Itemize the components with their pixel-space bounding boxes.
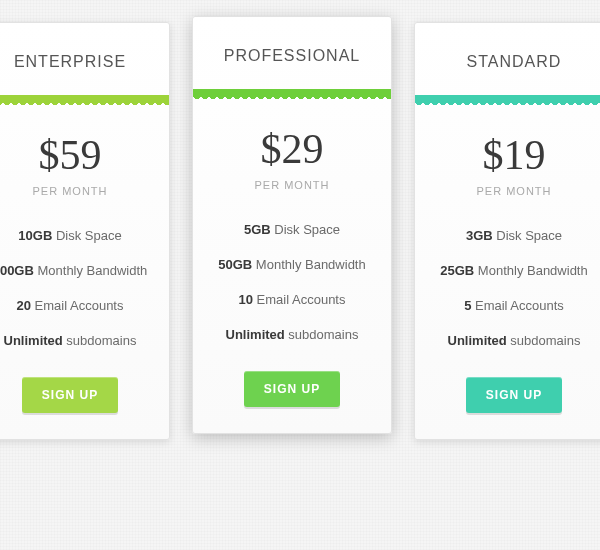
- feature-item: 10 Email Accounts: [205, 283, 379, 318]
- feature-item: 5 Email Accounts: [427, 289, 600, 324]
- feature-list: 10GB Disk Space 100GB Monthly Bandwidth …: [0, 203, 169, 369]
- feature-item: Unlimited subdomains: [427, 324, 600, 359]
- feature-item: 50GB Monthly Bandwidth: [205, 248, 379, 283]
- feature-list: 5GB Disk Space 50GB Monthly Bandwidth 10…: [193, 197, 391, 363]
- plan-price: $59: [0, 131, 159, 179]
- accent-ribbon: [193, 89, 391, 97]
- feature-item: Unlimited subdomains: [205, 318, 379, 353]
- price-block: $59 PER MONTH: [0, 103, 169, 203]
- feature-item: 5GB Disk Space: [205, 213, 379, 248]
- plan-title: PROFESSIONAL: [193, 17, 391, 89]
- pricing-row: ENTERPRISE $59 PER MONTH 10GB Disk Space…: [0, 22, 600, 440]
- feature-item: 25GB Monthly Bandwidth: [427, 254, 600, 289]
- feature-item: 100GB Monthly Bandwidth: [0, 254, 157, 289]
- feature-item: 10GB Disk Space: [0, 219, 157, 254]
- feature-item: Unlimited subdomains: [0, 324, 157, 359]
- plan-card-professional: PROFESSIONAL $29 PER MONTH 5GB Disk Spac…: [192, 16, 392, 434]
- feature-list: 3GB Disk Space 25GB Monthly Bandwidth 5 …: [415, 203, 600, 369]
- plan-period: PER MONTH: [0, 185, 159, 197]
- feature-item: 20 Email Accounts: [0, 289, 157, 324]
- plan-period: PER MONTH: [425, 185, 600, 197]
- feature-item: 3GB Disk Space: [427, 219, 600, 254]
- price-block: $19 PER MONTH: [415, 103, 600, 203]
- price-block: $29 PER MONTH: [193, 97, 391, 197]
- plan-period: PER MONTH: [203, 179, 381, 191]
- signup-button[interactable]: SIGN UP: [244, 371, 340, 407]
- plan-price: $19: [425, 131, 600, 179]
- signup-button[interactable]: SIGN UP: [466, 377, 562, 413]
- signup-button[interactable]: SIGN UP: [22, 377, 118, 413]
- plan-card-standard: STANDARD $19 PER MONTH 3GB Disk Space 25…: [414, 22, 600, 440]
- accent-ribbon: [0, 95, 169, 103]
- plan-card-enterprise: ENTERPRISE $59 PER MONTH 10GB Disk Space…: [0, 22, 170, 440]
- plan-title: STANDARD: [415, 23, 600, 95]
- plan-title: ENTERPRISE: [0, 23, 169, 95]
- plan-price: $29: [203, 125, 381, 173]
- accent-ribbon: [415, 95, 600, 103]
